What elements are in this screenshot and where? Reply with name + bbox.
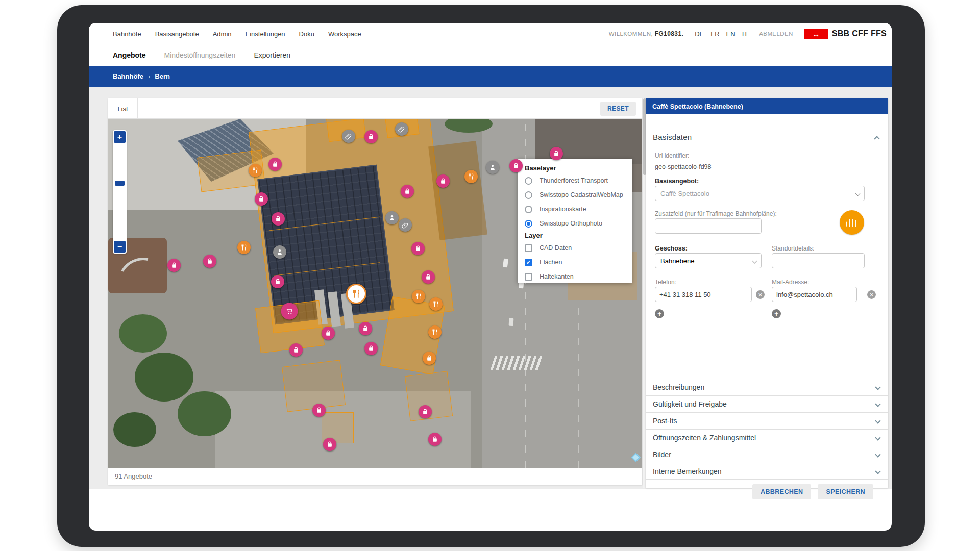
standortdetails-input[interactable] xyxy=(772,253,865,268)
chevron-down-icon xyxy=(875,418,880,423)
person-marker[interactable] xyxy=(486,161,499,174)
radio-selected-icon[interactable] xyxy=(525,220,532,228)
breadcrumb: Bahnhöfe › Bern xyxy=(89,66,892,87)
shopping-bag-marker[interactable] xyxy=(419,405,432,418)
clear-telefon-icon[interactable]: ✕ xyxy=(756,290,765,299)
shopping-bag-marker[interactable] xyxy=(401,185,414,198)
nav-item-workspace[interactable]: Workspace xyxy=(328,30,361,38)
lang-de[interactable]: DE xyxy=(695,30,704,38)
nav-item-admin[interactable]: Admin xyxy=(213,30,232,38)
baselayer-option-swisstopo-orthophoto[interactable]: Swisstopo Orthophoto xyxy=(525,216,625,231)
shopping-bag-marker[interactable] xyxy=(359,322,372,335)
basisdaten-section-header[interactable]: Basisdaten xyxy=(653,133,692,141)
layer-option-cad-daten[interactable]: CAD Daten xyxy=(525,241,625,255)
paperclip-marker[interactable] xyxy=(342,130,355,143)
shopping-bag-marker[interactable] xyxy=(322,327,335,340)
shopping-bag-marker[interactable] xyxy=(550,147,563,160)
tab-mindestoeffnungszeiten[interactable]: Mindestöffnungszeiten xyxy=(164,51,236,59)
shopping-bag-marker[interactable] xyxy=(509,159,523,172)
mail-adresse-input[interactable] xyxy=(772,287,857,302)
shopping-bag-marker[interactable] xyxy=(271,275,284,288)
zoom-in-button[interactable]: + xyxy=(114,131,126,143)
shopping-bag-marker[interactable] xyxy=(411,242,425,255)
clear-mail-icon[interactable]: ✕ xyxy=(867,290,876,299)
save-button[interactable]: SPEICHERN xyxy=(818,484,873,499)
restaurant-marker[interactable] xyxy=(237,241,251,254)
nav-item-doku[interactable]: Doku xyxy=(299,30,314,38)
lang-fr[interactable]: FR xyxy=(710,30,719,38)
add-mail-button[interactable]: + xyxy=(772,309,781,318)
shopping-bag-marker[interactable] xyxy=(422,270,435,284)
tab-angebote[interactable]: Angebote xyxy=(113,51,146,59)
logout-link[interactable]: ABMELDEN xyxy=(759,31,793,37)
restaurant-marker[interactable] xyxy=(428,325,442,339)
option-label: Swisstopo Orthophoto xyxy=(540,220,602,227)
basisangebot-select[interactable]: Caffè Spettacolo xyxy=(655,186,865,201)
restaurant-marker[interactable] xyxy=(346,284,366,304)
layer-popup: Baselayer Thunderforest TransportSwissto… xyxy=(518,159,632,283)
layer-option-flächen[interactable]: Flächen xyxy=(525,255,625,269)
shopping-bag-marker[interactable] xyxy=(272,212,285,226)
restaurant-marker[interactable] xyxy=(412,290,425,303)
paperclip-marker[interactable] xyxy=(399,218,412,232)
shopping-bag-marker[interactable] xyxy=(423,352,436,365)
section-interne-bemerkungen[interactable]: Interne Bemerkungen xyxy=(646,463,888,480)
zoom-slider-handle[interactable] xyxy=(115,181,125,186)
section-oeffnungszeiten-zahlungsmittel[interactable]: Öffnungszeiten & Zahlungsmittel xyxy=(646,429,888,446)
cart-marker[interactable] xyxy=(281,303,298,319)
nav-item-bahnhoefe[interactable]: Bahnhöfe xyxy=(113,30,141,38)
sbb-logo[interactable]: ↔ SBB CFF FFS xyxy=(804,29,887,39)
layer-option-haltekanten[interactable]: Haltekanten xyxy=(525,269,625,284)
person-marker[interactable] xyxy=(273,245,286,259)
shopping-bag-marker[interactable] xyxy=(364,130,378,143)
shopping-bag-marker[interactable] xyxy=(167,259,181,272)
shopping-bag-marker[interactable] xyxy=(203,255,216,268)
checkbox-checked-icon[interactable] xyxy=(525,259,532,266)
section-beschreibungen[interactable]: Beschreibungen xyxy=(646,379,888,395)
zusatzfeld-label: Zusatzfeld (nur für Trafimage Bahnhofplä… xyxy=(655,210,777,217)
zoom-out-button[interactable]: − xyxy=(114,241,126,253)
add-telefon-button[interactable]: + xyxy=(655,309,664,318)
restaurant-marker[interactable] xyxy=(429,297,443,311)
baselayer-option-inspirationskarte[interactable]: Inspirationskarte xyxy=(525,202,625,216)
chevron-up-icon[interactable] xyxy=(874,136,879,141)
section-gueltigkeit-und-freigabe[interactable]: Gültigkeit und Freigabe xyxy=(646,395,888,412)
shopping-bag-marker[interactable] xyxy=(323,438,336,451)
geschoss-select[interactable]: Bahnebene xyxy=(655,253,762,268)
shopping-bag-marker[interactable] xyxy=(428,433,442,446)
radio-icon[interactable] xyxy=(525,191,532,199)
shopping-bag-marker[interactable] xyxy=(312,404,326,417)
cancel-button[interactable]: ABBRECHEN xyxy=(752,484,811,499)
list-tab[interactable]: List xyxy=(108,98,138,119)
shopping-bag-marker[interactable] xyxy=(364,342,378,355)
checkbox-icon[interactable] xyxy=(525,244,532,252)
chevron-down-icon xyxy=(855,191,861,196)
baselayer-option-thunderforest-transport[interactable]: Thunderforest Transport xyxy=(525,173,625,188)
lang-it[interactable]: IT xyxy=(742,30,748,38)
baselayer-option-swisstopo-cadastralwebmap[interactable]: Swisstopo CadastralWebMap xyxy=(525,188,625,202)
shopping-bag-marker[interactable] xyxy=(255,192,268,206)
person-marker[interactable] xyxy=(385,211,399,224)
nav-item-basisangebote[interactable]: Basisangebote xyxy=(155,30,199,38)
option-label: Inspirationskarte xyxy=(540,206,586,213)
radio-icon[interactable] xyxy=(525,206,532,213)
nav-item-einstellungen[interactable]: Einstellungen xyxy=(246,30,285,38)
restaurant-marker[interactable] xyxy=(464,170,478,183)
lang-en[interactable]: EN xyxy=(726,30,736,38)
section-post-its[interactable]: Post-Its xyxy=(646,412,888,429)
map-viewport[interactable]: + − Baselayer Thunderforest TransportSwi… xyxy=(108,119,642,468)
restaurant-marker[interactable] xyxy=(249,164,262,177)
paperclip-marker[interactable] xyxy=(395,122,408,136)
shopping-bag-marker[interactable] xyxy=(268,158,282,171)
shopping-bag-marker[interactable] xyxy=(436,174,450,188)
breadcrumb-root[interactable]: Bahnhöfe xyxy=(113,72,143,80)
shopping-bag-marker[interactable] xyxy=(289,343,303,357)
telefon-input[interactable] xyxy=(655,287,752,302)
option-label: Thunderforest Transport xyxy=(540,177,608,184)
checkbox-icon[interactable] xyxy=(525,273,532,281)
reset-button[interactable]: RESET xyxy=(600,102,636,116)
zusatzfeld-input[interactable] xyxy=(655,218,762,234)
tab-exportieren[interactable]: Exportieren xyxy=(254,51,290,59)
section-bilder[interactable]: Bilder xyxy=(646,446,888,463)
radio-icon[interactable] xyxy=(525,177,532,185)
